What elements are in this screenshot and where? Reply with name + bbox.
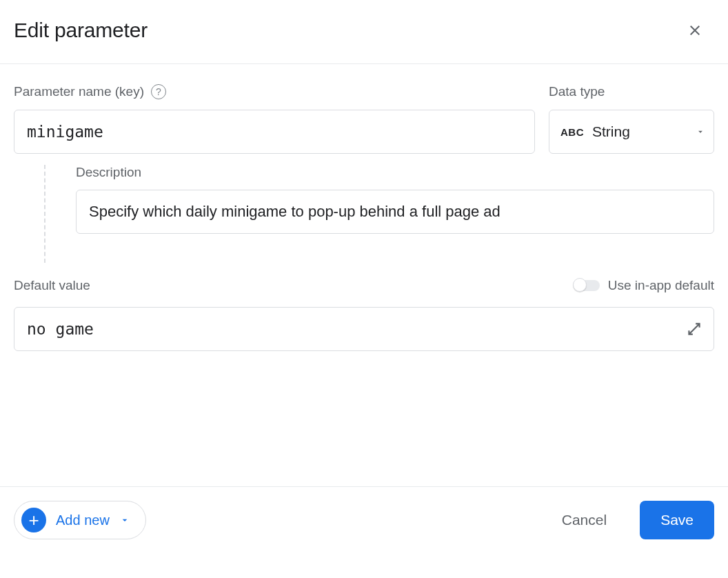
param-name-input[interactable] <box>14 110 535 154</box>
save-button[interactable]: Save <box>640 501 714 539</box>
string-type-icon: ABC <box>560 126 584 138</box>
param-name-block: Parameter name (key) ? <box>14 83 535 154</box>
dropdown-caret-icon <box>696 127 705 137</box>
param-name-label-row: Parameter name (key) ? <box>14 83 535 100</box>
data-type-label-row: Data type <box>549 83 714 100</box>
footer-actions: Cancel Save <box>543 501 714 539</box>
add-new-label: Add new <box>56 512 110 528</box>
dropdown-caret-icon <box>119 515 130 526</box>
description-input[interactable] <box>76 190 714 234</box>
default-value-label: Default value <box>14 278 90 293</box>
use-inapp-default-toggle[interactable]: Use in-app default <box>574 278 714 293</box>
data-type-select[interactable]: ABC String <box>549 110 714 154</box>
dialog-footer: + Add new Cancel Save <box>0 486 728 553</box>
use-inapp-default-label: Use in-app default <box>608 278 714 293</box>
close-icon <box>687 22 703 39</box>
default-value-block: Default value Use in-app default <box>14 278 714 351</box>
data-type-block: Data type ABC String <box>549 83 714 154</box>
description-block: Description <box>14 165 714 263</box>
plus-icon: + <box>21 508 46 532</box>
description-label: Description <box>76 165 714 180</box>
dialog-header: Edit parameter <box>0 0 728 64</box>
dialog-title: Edit parameter <box>14 19 148 42</box>
default-header-row: Default value Use in-app default <box>14 278 714 293</box>
default-input-wrap <box>14 307 714 351</box>
expand-editor-button[interactable] <box>681 316 707 342</box>
add-new-button[interactable]: + Add new <box>14 501 146 539</box>
default-value-input[interactable] <box>14 307 714 351</box>
help-icon[interactable]: ? <box>151 84 166 99</box>
cancel-button[interactable]: Cancel <box>543 501 626 539</box>
dialog-content: Parameter name (key) ? Data type ABC Str… <box>0 64 728 351</box>
toggle-track <box>574 280 600 291</box>
param-name-label: Parameter name (key) <box>14 84 144 99</box>
top-row: Parameter name (key) ? Data type ABC Str… <box>14 83 714 154</box>
data-type-label: Data type <box>549 84 605 99</box>
close-button[interactable] <box>678 14 711 47</box>
indent-guide <box>44 165 46 263</box>
toggle-thumb <box>573 278 587 292</box>
data-type-value: String <box>592 123 687 140</box>
expand-icon <box>685 320 703 338</box>
